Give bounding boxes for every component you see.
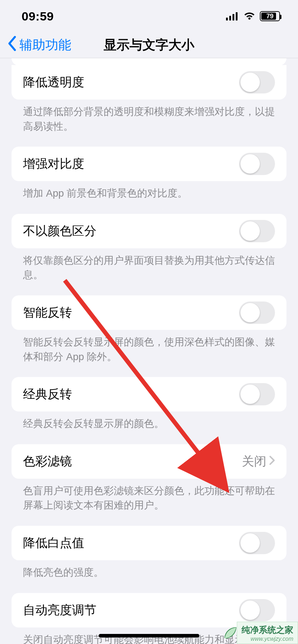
watermark: 纯净系统之家 www.ycwjzy.com xyxy=(222,622,298,644)
row-smart-invert[interactable]: 智能反转 xyxy=(12,295,286,330)
status-indicators: 79 xyxy=(226,11,280,21)
row-classic-invert[interactable]: 经典反转 xyxy=(12,377,286,411)
previous-group-tail xyxy=(12,58,286,65)
row-label: 降低白点值 xyxy=(23,535,84,551)
row-label: 色彩滤镜 xyxy=(23,453,72,470)
leaf-icon xyxy=(222,625,238,640)
battery-icon: 79 xyxy=(260,11,280,21)
wifi-icon xyxy=(243,12,256,20)
cellular-signal-icon xyxy=(226,12,239,20)
row-footer: 经典反转会反转显示屏的颜色。 xyxy=(12,411,286,431)
toggle-classic-invert[interactable] xyxy=(239,383,275,405)
toggle-smart-invert[interactable] xyxy=(239,302,275,324)
row-label: 降低透明度 xyxy=(23,74,84,91)
row-label: 不以颜色区分 xyxy=(23,223,96,239)
row-label: 增强对比度 xyxy=(23,156,84,172)
toggle-auto-brightness[interactable] xyxy=(239,599,275,621)
row-increase-contrast[interactable]: 增强对比度 xyxy=(12,147,286,181)
watermark-title: 纯净系统之家 xyxy=(241,625,293,635)
settings-content: 降低透明度 通过降低部分背景的透明度和模糊度来增强对比度，以提高易读性。 增强对… xyxy=(0,58,298,644)
back-button[interactable]: 辅助功能 xyxy=(6,36,71,54)
row-footer: 通过降低部分背景的透明度和模糊度来增强对比度，以提高易读性。 xyxy=(12,100,286,134)
back-label: 辅助功能 xyxy=(19,36,71,54)
watermark-url: www.ycwjzy.com xyxy=(241,635,293,642)
svg-rect-1 xyxy=(229,16,231,20)
page-title: 显示与文字大小 xyxy=(104,36,194,54)
home-indicator xyxy=(99,634,199,638)
toggle-reduce-transparency[interactable] xyxy=(239,71,275,93)
row-label: 经典反转 xyxy=(23,386,72,402)
chevron-left-icon xyxy=(6,36,17,54)
row-footer: 将仅靠颜色区分的用户界面项目替换为用其他方式传达信息。 xyxy=(12,248,286,282)
status-bar: 09:59 79 xyxy=(0,0,298,32)
row-label: 智能反转 xyxy=(23,304,72,321)
row-reduce-white-point[interactable]: 降低白点值 xyxy=(12,526,286,560)
row-footer: 智能反转会反转显示屏的颜色，使用深色样式的图像、媒体和部分 App 除外。 xyxy=(12,330,286,364)
toggle-differentiate-without-color[interactable] xyxy=(239,220,275,242)
row-reduce-transparency[interactable]: 降低透明度 xyxy=(12,65,286,100)
svg-rect-0 xyxy=(226,18,228,20)
row-color-filters[interactable]: 色彩滤镜 关闭 xyxy=(12,444,286,479)
row-value: 关闭 xyxy=(242,453,266,470)
svg-rect-3 xyxy=(236,12,238,20)
nav-bar: 辅助功能 显示与文字大小 xyxy=(0,32,298,58)
toggle-reduce-white-point[interactable] xyxy=(239,532,275,554)
row-footer: 降低亮色的强度。 xyxy=(12,560,286,580)
row-label: 自动亮度调节 xyxy=(23,602,96,618)
toggle-increase-contrast[interactable] xyxy=(239,153,275,175)
status-time: 09:59 xyxy=(22,9,54,23)
battery-percent: 79 xyxy=(266,13,274,20)
chevron-right-icon xyxy=(269,454,275,468)
svg-rect-2 xyxy=(232,14,234,20)
row-differentiate-without-color[interactable]: 不以颜色区分 xyxy=(12,214,286,248)
row-footer: 色盲用户可使用色彩滤镜来区分颜色，此功能还可帮助在屏幕上阅读文本有困难的用户。 xyxy=(12,479,286,513)
row-footer: 增加 App 前景色和背景色的对比度。 xyxy=(12,181,286,201)
